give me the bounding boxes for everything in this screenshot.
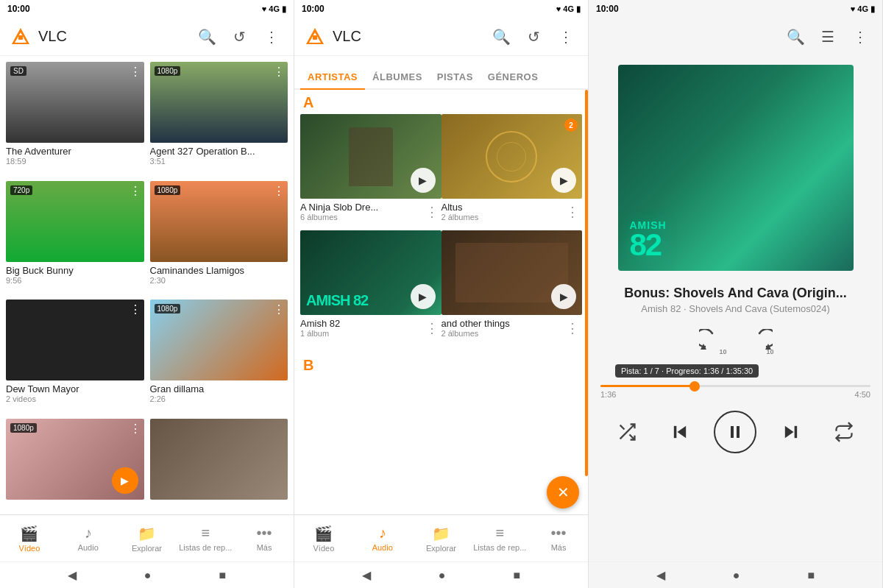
history-button-2[interactable]: ↺ — [520, 24, 547, 50]
play-button[interactable]: ▶ — [551, 284, 576, 309]
signal-icon-3: ♥ 4G ▮ — [851, 4, 875, 14]
more-button-3[interactable]: ⋮ — [847, 24, 873, 50]
progress-section: Pista: 1 / 7 · Progreso: 1:36 / 1:35:30 … — [589, 364, 882, 405]
rewind-label: 10 — [719, 348, 726, 355]
list-item[interactable]: 2 ▶ Altus 2 álbumes ⋮ — [442, 114, 583, 224]
play-button[interactable]: ▶ — [551, 168, 576, 193]
queue-button-3[interactable]: ☰ — [815, 24, 841, 50]
more-icon[interactable]: ⋮ — [563, 202, 582, 222]
tab-albumes[interactable]: ÁLBUMES — [365, 64, 430, 88]
search-button-1[interactable]: 🔍 — [194, 24, 220, 50]
more-icon[interactable]: ⋮ — [273, 184, 285, 198]
artist-thumb: 2 ▶ — [442, 114, 583, 199]
nav-lists-2[interactable]: ≡ Listas de rep... — [470, 515, 529, 562]
video-title: Gran dillama — [150, 383, 288, 394]
nav-more-2[interactable]: ••• Más — [529, 515, 588, 562]
list-item[interactable]: AMISH 82 ▶ Amish 82 1 álbum ⋮ — [300, 230, 442, 341]
svg-marker-12 — [785, 426, 794, 438]
explore-nav-icon-2: 📁 — [432, 525, 450, 542]
video-thumb — [150, 419, 288, 500]
nav-video-1[interactable]: 🎬 Vídeo — [0, 515, 59, 562]
shuffle-button[interactable] — [609, 414, 645, 450]
more-icon[interactable]: ⋮ — [130, 302, 141, 316]
more-icon[interactable]: ⋮ — [273, 65, 285, 79]
repeat-button[interactable] — [826, 414, 862, 450]
list-item[interactable]: 720p ⋮ Big Buck Bunny 9:56 — [6, 181, 144, 294]
list-item[interactable]: 1080p ⋮ Caminandes Llamigos 2:30 — [150, 181, 288, 294]
list-item[interactable]: 1080p ⋮ ▶ — [6, 419, 144, 509]
search-button-3[interactable]: 🔍 — [782, 24, 809, 50]
rewind-button[interactable]: 10 — [696, 326, 728, 358]
nav-audio-2[interactable]: ♪ Audio — [353, 515, 412, 562]
video-thumb: 720p ⋮ — [6, 181, 144, 262]
explore-nav-icon: 📁 — [138, 525, 156, 542]
play-button[interactable]: ▶ — [411, 284, 436, 309]
album-art: AMISH 82 — [618, 65, 854, 271]
home-button-3[interactable]: ● — [733, 569, 740, 582]
toolbar-2: VLC 🔍 ↺ ⋮ — [294, 18, 588, 56]
more-icon[interactable]: ⋮ — [422, 319, 442, 338]
more-icon[interactable]: ⋮ — [130, 184, 141, 198]
back-button-3[interactable]: ◀ — [656, 568, 665, 582]
back-button-1[interactable]: ◀ — [68, 568, 77, 582]
home-button-2[interactable]: ● — [439, 569, 446, 582]
more-icon[interactable]: ⋮ — [563, 319, 582, 338]
recents-button-1[interactable]: ■ — [219, 569, 226, 582]
video-title: Big Buck Bunny — [6, 265, 144, 276]
quality-badge: 1080p — [155, 304, 181, 314]
list-item[interactable]: ⋮ Dew Town Mayor 2 videos — [6, 300, 144, 413]
pause-button[interactable] — [714, 411, 756, 453]
quality-badge: 1080p — [155, 185, 181, 195]
nav-label: Explorar — [426, 544, 456, 553]
progress-bar[interactable] — [600, 385, 870, 387]
recents-button-2[interactable]: ■ — [513, 569, 520, 582]
toolbar-1: VLC 🔍 ↺ ⋮ — [0, 18, 294, 56]
list-item[interactable]: 1080p ⋮ Agent 327 Operation B... 3:51 — [150, 62, 288, 175]
video-duration: 3:51 — [150, 157, 288, 166]
nav-explore-1[interactable]: 📁 Explorar — [118, 515, 177, 562]
history-button-1[interactable]: ↺ — [226, 24, 252, 50]
close-fab[interactable]: ✕ — [547, 476, 579, 509]
nav-explore-2[interactable]: 📁 Explorar — [412, 515, 471, 562]
next-button[interactable] — [773, 414, 809, 450]
list-item[interactable]: 1080p ⋮ Gran dillama 2:26 — [150, 300, 288, 413]
play-fab[interactable]: ▶ — [112, 467, 138, 494]
nav-audio-1[interactable]: ♪ Audio — [59, 515, 118, 562]
artist-sub: 1 álbum — [300, 329, 340, 338]
more-button-2[interactable]: ⋮ — [553, 24, 579, 50]
nav-lists-1[interactable]: ≡ Listas de rep... — [176, 515, 235, 562]
back-button-2[interactable]: ◀ — [362, 568, 371, 582]
search-button-2[interactable]: 🔍 — [488, 24, 514, 50]
audio-nav-icon-2: ♪ — [379, 525, 386, 542]
video-thumb: ⋮ — [6, 300, 144, 380]
home-button-1[interactable]: ● — [144, 569, 152, 582]
list-item[interactable]: SD ⋮ The Adventurer 18:59 — [6, 62, 144, 175]
play-button[interactable]: ▶ — [411, 168, 436, 193]
nav-video-2[interactable]: 🎬 Vídeo — [294, 515, 353, 562]
more-icon[interactable]: ⋮ — [130, 65, 141, 79]
list-item[interactable]: ▶ and other things 2 álbumes ⋮ — [442, 230, 583, 341]
more-nav-icon-2: ••• — [551, 525, 567, 542]
nav-more-1[interactable]: ••• Más — [235, 515, 294, 562]
more-button-1[interactable]: ⋮ — [258, 24, 285, 50]
tab-generos[interactable]: GÉNEROS — [480, 64, 546, 88]
tab-artistas[interactable]: ARTISTAS — [300, 64, 365, 90]
quality-badge: 1080p — [10, 423, 37, 433]
more-icon[interactable]: ⋮ — [273, 302, 285, 316]
forward-button[interactable]: 10 — [743, 326, 776, 358]
artist-info: Amish 82 1 álbum ⋮ — [300, 315, 442, 341]
status-time-1: 10:00 — [7, 4, 30, 14]
svg-rect-10 — [731, 426, 734, 438]
video-thumb: 1080p ⋮ — [150, 300, 288, 380]
recents-button-3[interactable]: ■ — [807, 569, 815, 582]
more-icon[interactable]: ⋮ — [130, 422, 141, 436]
artist-thumb: ▶ — [442, 230, 583, 315]
video-duration: 2:26 — [150, 394, 288, 403]
tab-pistas[interactable]: PISTAS — [430, 64, 480, 88]
prev-button[interactable] — [662, 414, 698, 450]
artist-thumb: ▶ — [300, 114, 442, 199]
more-icon[interactable]: ⋮ — [422, 202, 442, 222]
list-item[interactable] — [150, 419, 288, 509]
status-icons-3: ♥ 4G ▮ — [851, 4, 875, 14]
list-item[interactable]: ▶ A Ninja Slob Dre... 6 álbumes ⋮ — [300, 114, 442, 224]
